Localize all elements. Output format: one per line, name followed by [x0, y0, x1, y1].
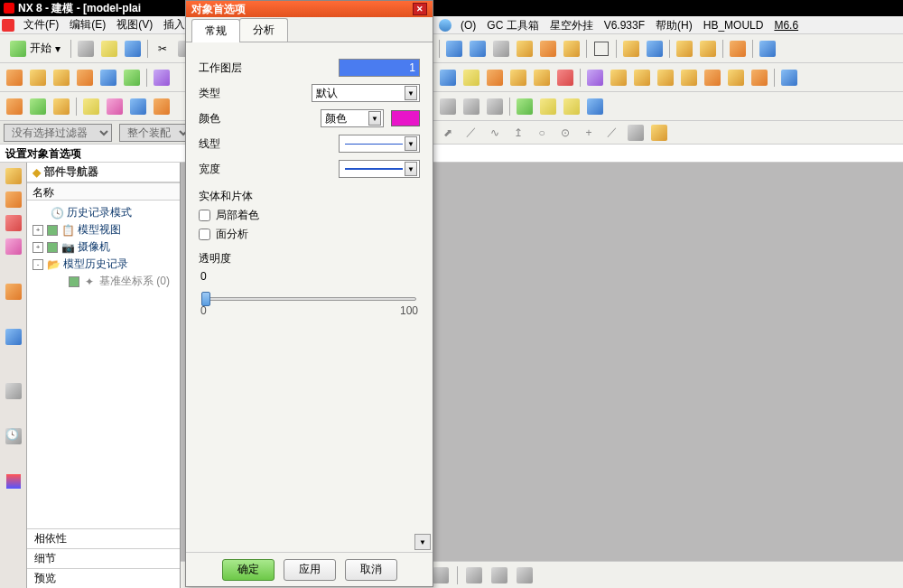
iconbar-system[interactable] — [4, 381, 23, 401]
r2-f[interactable] — [554, 67, 576, 89]
tree-cameras[interactable]: + 📷 摄像机 — [33, 238, 174, 256]
tab-general[interactable]: 常规 — [191, 19, 240, 42]
r1-b[interactable] — [467, 38, 489, 60]
navigator-column-name[interactable]: 名称 — [27, 182, 180, 201]
r1-k[interactable] — [697, 38, 719, 60]
r2-e[interactable] — [531, 67, 553, 89]
color-swatch[interactable] — [391, 110, 420, 126]
r1-g[interactable] — [591, 38, 612, 60]
scroll-down-button[interactable]: ▼ — [414, 534, 431, 550]
iconbar-hd3d[interactable] — [4, 282, 23, 302]
r4-e[interactable]: ○ — [531, 122, 553, 144]
iconbar-history[interactable]: 🕓 — [4, 426, 23, 446]
menu-hbmould[interactable]: HB_MOULD — [698, 17, 769, 33]
r3-a[interactable] — [437, 96, 459, 117]
r2-h[interactable] — [608, 67, 629, 89]
open-button[interactable] — [98, 38, 120, 60]
r1-l[interactable] — [727, 38, 749, 60]
r4-g[interactable]: + — [578, 122, 600, 144]
iconbar-web[interactable] — [4, 327, 23, 347]
local-color-checkbox[interactable]: 局部着色 — [199, 208, 420, 223]
r1-a[interactable] — [443, 38, 465, 60]
navigator-preview[interactable]: 预览 — [27, 568, 180, 588]
r1-i[interactable] — [644, 38, 666, 60]
btool-a7[interactable] — [514, 565, 535, 586]
btool-a6[interactable] — [489, 565, 510, 586]
tool-sphere[interactable] — [98, 67, 119, 89]
save-button[interactable] — [122, 38, 144, 60]
r4-a[interactable]: ⬈ — [437, 122, 459, 144]
tab-analysis[interactable]: 分析 — [239, 18, 288, 42]
type-select[interactable]: 默认 ▼ — [312, 84, 420, 102]
linetype-select[interactable]: ▼ — [339, 135, 420, 153]
r2-k[interactable] — [678, 67, 700, 89]
r1-e[interactable] — [537, 38, 559, 60]
expand-icon[interactable]: + — [33, 242, 43, 253]
r2-o[interactable] — [778, 67, 800, 89]
r1-m[interactable] — [757, 38, 778, 60]
r4-d[interactable]: ↥ — [507, 122, 529, 144]
ok-button[interactable]: 确定 — [222, 559, 275, 581]
r1-h[interactable] — [620, 38, 642, 60]
menu-window[interactable]: (O) — [455, 17, 481, 33]
tool-fit[interactable] — [4, 96, 25, 117]
expand-icon[interactable]: + — [33, 225, 43, 236]
apply-button[interactable]: 应用 — [284, 559, 336, 581]
cut-button[interactable]: ✂ — [152, 38, 173, 60]
r2-m[interactable] — [725, 67, 747, 89]
r1-c[interactable] — [490, 38, 512, 60]
transparency-slider[interactable] — [202, 297, 416, 301]
tool-edit[interactable] — [127, 96, 149, 117]
slider-thumb[interactable] — [201, 292, 210, 306]
checkbox-icon[interactable] — [47, 242, 58, 253]
r3-g[interactable] — [584, 96, 606, 117]
checkbox-input[interactable] — [199, 210, 210, 221]
color-select[interactable]: 颜色 ▼ — [321, 109, 384, 127]
tree-model-views[interactable]: + 📋 模型视图 — [33, 221, 174, 238]
r1-j[interactable] — [674, 38, 695, 60]
tool-undo[interactable] — [151, 96, 172, 117]
r2-j[interactable] — [655, 67, 676, 89]
r2-i[interactable] — [631, 67, 653, 89]
tool-layers[interactable] — [27, 96, 49, 117]
r3-d[interactable] — [514, 96, 535, 117]
checkbox-icon[interactable] — [47, 225, 58, 236]
menu-file[interactable]: 文件(F) — [18, 15, 64, 34]
tool-extrude[interactable] — [121, 67, 143, 89]
r4-c[interactable]: ∿ — [484, 122, 506, 144]
iconbar-constraint[interactable] — [4, 213, 23, 233]
r2-n[interactable] — [749, 67, 770, 89]
r3-f[interactable] — [561, 96, 582, 117]
tool-expr[interactable] — [104, 96, 126, 117]
filter-selector-1[interactable]: 没有选择过滤器 — [4, 124, 112, 142]
tree-model-history[interactable]: - 📂 模型历史记录 — [33, 256, 174, 273]
tree-history-mode[interactable]: 🕓 历史记录模式 — [33, 204, 174, 221]
r3-c[interactable] — [484, 96, 506, 117]
tool-cylinder[interactable] — [51, 67, 72, 89]
r1-f[interactable] — [561, 38, 582, 60]
width-select[interactable]: ▼ — [339, 160, 420, 178]
new-button[interactable] — [75, 38, 97, 60]
face-analysis-checkbox[interactable]: 面分析 — [199, 227, 420, 242]
iconbar-reuse[interactable] — [4, 237, 23, 257]
tool-box[interactable] — [27, 67, 49, 89]
menu-edit[interactable]: 编辑(E) — [64, 15, 111, 34]
iconbar-assembly[interactable] — [4, 190, 23, 210]
navigator-details[interactable]: 细节 — [27, 548, 180, 568]
btool-a5[interactable] — [463, 565, 485, 586]
tree-datum-csys[interactable]: ✦ 基准坐标系 (0) — [33, 273, 174, 290]
navigator-deps[interactable]: 相依性 — [27, 528, 180, 548]
r4-f[interactable]: ⊙ — [554, 122, 576, 144]
tool-cone[interactable] — [74, 67, 96, 89]
r1-d[interactable] — [514, 38, 535, 60]
r2-l[interactable] — [702, 67, 723, 89]
menu-gc[interactable]: GC 工具箱 — [481, 16, 544, 35]
r2-a[interactable] — [437, 67, 459, 89]
tool-db[interactable] — [51, 96, 72, 117]
menu-plugin[interactable]: 星空外挂 — [545, 16, 599, 35]
r2-c[interactable] — [484, 67, 506, 89]
tool-measure[interactable] — [80, 96, 102, 117]
menu-help[interactable]: 帮助(H) — [650, 16, 698, 35]
work-layer-input[interactable] — [339, 59, 420, 77]
r2-b[interactable] — [461, 67, 482, 89]
